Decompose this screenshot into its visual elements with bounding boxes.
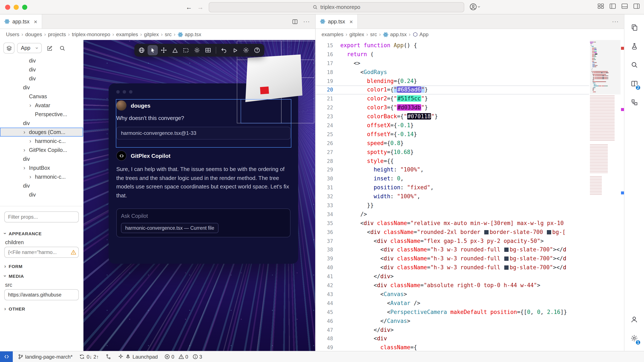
filter-props-input[interactable]	[4, 211, 79, 222]
code-line[interactable]: 32 width: "100%",	[316, 192, 589, 201]
search-button[interactable]	[624, 55, 644, 74]
forward-button[interactable]: →	[197, 3, 204, 11]
code-line[interactable]: 46 </Canvas>	[316, 317, 589, 326]
code-line[interactable]: 22 color3={"#d033db"}	[316, 103, 589, 112]
scene-tree-item[interactable]: ›Avatar	[0, 101, 83, 110]
code-line[interactable]: 36 <div className="rounded-2xl border bo…	[316, 228, 589, 237]
code-editor[interactable]: 15export function App() {16 return (17 <…	[316, 40, 624, 351]
split-editors-button[interactable]: 2	[624, 74, 644, 93]
code-line[interactable]: 47 </div>	[316, 326, 589, 335]
section-other[interactable]: › OTHER	[0, 304, 83, 314]
help-button[interactable]	[252, 45, 262, 55]
breadcrumb-item-triplex-monorepo[interactable]: triplex-monorepo	[72, 31, 110, 37]
code-line[interactable]: 20 color1={"#685ad6"}	[316, 86, 589, 95]
git-branch-item[interactable]: landing-page-march*	[18, 354, 72, 360]
code-line[interactable]: 48 <div	[316, 335, 589, 344]
code-line[interactable]: 27 spotty={10.68}	[316, 148, 589, 157]
scene-tree-item[interactable]: ›InputBox	[0, 163, 83, 172]
address-bar[interactable]: triplex-monorepo	[209, 2, 464, 12]
code-line[interactable]: 43 <Canvas>	[316, 290, 589, 299]
edit-component-button[interactable]	[44, 43, 55, 53]
code-line[interactable]: 24 offsetX={-0.1}	[316, 121, 589, 130]
code-line[interactable]: 31 position: "fixed",	[316, 183, 589, 192]
profile-menu-button[interactable]: ›	[469, 3, 480, 11]
scene-tree-item[interactable]: Canvas	[0, 92, 83, 101]
context-file-chip[interactable]: harmonic-convergence.tsx — Current file	[121, 223, 218, 233]
marquee-tool-button[interactable]	[181, 45, 191, 55]
search-scene-button[interactable]	[57, 43, 68, 53]
breadcrumb-item-examples[interactable]: examples	[116, 31, 138, 37]
code-area[interactable]: 15export function App() {16 return (17 <…	[316, 40, 589, 351]
more-actions-icon[interactable]: ···	[303, 18, 310, 25]
code-line[interactable]: 30 inset: 0,	[316, 175, 589, 183]
diagnostics-item[interactable]: 0 0 3	[164, 354, 202, 360]
scene-plane-mesh[interactable]	[245, 54, 302, 102]
scene-tree-item[interactable]: Perspective...	[0, 110, 83, 119]
copy-button[interactable]	[624, 18, 644, 37]
breadcrumb-item-app-tsx[interactable]: app.tsx	[178, 31, 201, 37]
scene-tree-item[interactable]: div	[0, 65, 83, 74]
component-select[interactable]: App ›	[17, 43, 42, 53]
code-line[interactable]: 45 <PerspectiveCamera makeDefault positi…	[316, 308, 589, 317]
tab-app-tsx[interactable]: app.tsx ×	[316, 14, 358, 28]
code-line[interactable]: 25 offsetY={-0.14}	[316, 130, 589, 139]
close-tab-icon[interactable]: ×	[34, 18, 37, 24]
scene-tree-item[interactable]: div	[0, 190, 83, 199]
code-line[interactable]: 16 return (	[316, 50, 589, 59]
scene-tree-item[interactable]: div	[0, 56, 83, 65]
code-line[interactable]: 19 blending={0.24}	[316, 77, 589, 86]
code-line[interactable]: 49 className={	[316, 344, 589, 351]
tab-app-tsx[interactable]: app.tsx ×	[0, 14, 42, 28]
grid-layout-icon[interactable]	[598, 3, 604, 9]
code-line[interactable]: 15export function App() {	[316, 41, 589, 50]
panel-bottom-icon[interactable]	[622, 3, 628, 9]
code-line[interactable]: 44 <Avatar />	[316, 299, 589, 308]
panel-right-icon[interactable]	[633, 3, 640, 9]
code-line[interactable]: 33 }}	[316, 201, 589, 210]
code-line[interactable]: 39 <div className="h-3 w-3 rounded-full …	[316, 255, 589, 264]
grid-button[interactable]	[203, 45, 213, 55]
breadcrumb-item-src[interactable]: src	[165, 31, 172, 37]
breadcrumb-item-douges[interactable]: douges	[25, 31, 42, 37]
breadcrumb-item-src[interactable]: src	[370, 31, 377, 37]
minimize-window-button[interactable]	[14, 5, 19, 10]
split-editor-icon[interactable]	[292, 18, 298, 24]
remote-indicator[interactable]	[0, 351, 13, 362]
code-line[interactable]: 29 height: "100%",	[316, 166, 589, 175]
references-button[interactable]	[624, 93, 644, 111]
layers-button[interactable]	[4, 42, 14, 54]
scene-tree-item[interactable]: div	[0, 181, 83, 190]
code-line[interactable]: 42 <div className="absolute right-0 top-…	[316, 281, 589, 290]
settings-button[interactable]	[241, 45, 251, 55]
code-line[interactable]: 18 <GodRays	[316, 68, 589, 77]
scene-tree-item[interactable]: div	[0, 155, 83, 163]
copilot-input[interactable]: Ask Copilot harmonic-convergence.tsx — C…	[116, 208, 290, 237]
breadcrumb-item-gitplex[interactable]: gitplex	[144, 31, 159, 37]
select-tool-button[interactable]	[148, 45, 158, 55]
code-line[interactable]: 40 <div className="h-3 w-3 rounded-full …	[316, 264, 589, 272]
scene-tree-item[interactable]: div	[0, 83, 83, 92]
testing-button[interactable]	[624, 37, 644, 55]
manage-button[interactable]: 1	[624, 329, 644, 348]
breadcrumb-item-app-tsx[interactable]: app.tsx	[383, 31, 406, 37]
scene-tree-item[interactable]: div	[0, 119, 83, 128]
code-line[interactable]: 35 <div className="relative mx-auto min-…	[316, 219, 589, 228]
breadcrumb-item-users[interactable]: Users	[6, 31, 20, 37]
code-line[interactable]: 37 <div className="flex gap-1.5 px-3 py-…	[316, 237, 589, 246]
git-sync-item[interactable]: 0↓ 2↑	[80, 354, 99, 360]
rotate-tool-button[interactable]	[170, 45, 180, 55]
more-actions-icon[interactable]: ···	[612, 18, 619, 25]
launchpad-item[interactable]: Launchpad	[118, 354, 158, 360]
account-button[interactable]	[624, 310, 644, 329]
panel-left-icon[interactable]	[610, 3, 616, 9]
scene-tree-item[interactable]: ›GitPlex Copilo...	[0, 146, 83, 155]
breadcrumb-item-gitplex[interactable]: gitplex	[350, 31, 364, 37]
breadcrumb-item-app[interactable]: App	[413, 31, 429, 37]
play-button[interactable]	[230, 45, 240, 55]
back-button[interactable]: ←	[186, 3, 192, 11]
code-line[interactable]: 38 <div className="h-3 w-3 rounded-full …	[316, 246, 589, 255]
breadcrumb-item-projects[interactable]: projects	[48, 31, 66, 37]
code-line[interactable]: 23 colorBack={"#070118"}	[316, 112, 589, 121]
scene-viewport[interactable]: douges Why doesn't this converge? harmon…	[84, 40, 315, 351]
scene-tree-item[interactable]: ›harmonic-c...	[0, 172, 83, 181]
